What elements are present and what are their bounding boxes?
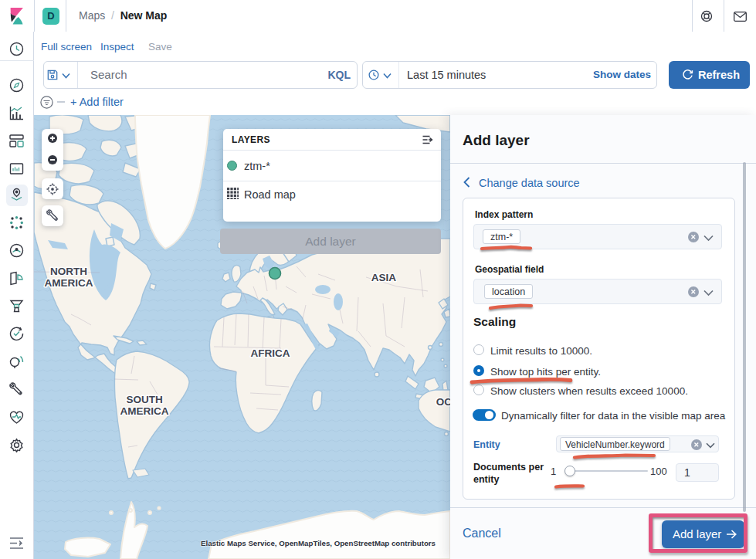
svg-text:OCEANIA: OCEANIA <box>436 396 450 408</box>
svg-text:SOUTH: SOUTH <box>126 394 162 405</box>
svg-text:AMERICA: AMERICA <box>120 405 169 417</box>
svg-text:ASIA: ASIA <box>371 272 397 283</box>
svg-text:NORTH: NORTH <box>50 266 87 277</box>
svg-text:AFRICA: AFRICA <box>251 347 290 359</box>
svg-text:AMERICA: AMERICA <box>45 277 93 289</box>
